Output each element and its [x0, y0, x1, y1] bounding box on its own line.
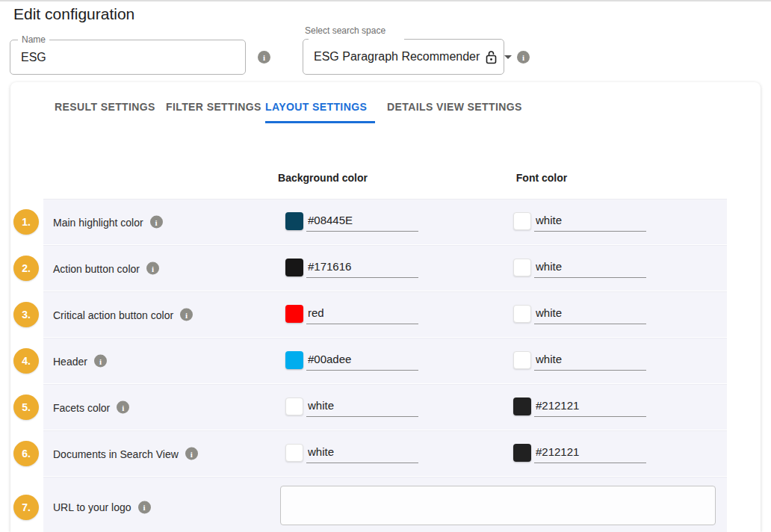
bg-color-cell: [285, 398, 418, 417]
row-label: Facets color: [53, 401, 110, 413]
font-color-swatch[interactable]: [513, 351, 531, 369]
font-color-cell: [513, 444, 646, 463]
bg-color-input[interactable]: [306, 259, 418, 278]
row-info-icon[interactable]: i: [180, 309, 193, 321]
column-header-font-color: Font color: [482, 172, 601, 184]
bg-color-cell: [285, 259, 418, 278]
row-info-icon[interactable]: i: [146, 262, 159, 275]
layout-settings-table: Background color Font color 1.Main highl…: [43, 159, 727, 532]
bg-color-swatch[interactable]: [285, 259, 303, 276]
bg-color-swatch[interactable]: [285, 305, 303, 323]
bg-color-swatch[interactable]: [285, 444, 303, 462]
active-tab-underline: [265, 121, 375, 123]
row-number-badge: 3.: [13, 302, 39, 327]
row-info-icon[interactable]: i: [150, 216, 163, 229]
row-number-badge: 1.: [13, 209, 39, 235]
bg-color-input[interactable]: [306, 444, 418, 463]
row-number-badge: 4.: [13, 348, 39, 374]
table-row: 4.Headeri: [43, 338, 727, 383]
name-input[interactable]: [21, 40, 230, 74]
row-label-group: Main highlight colori: [53, 216, 163, 229]
row-info-icon[interactable]: i: [185, 448, 198, 460]
name-field[interactable]: Name: [10, 40, 246, 75]
column-header-background-color: Background color: [263, 172, 383, 184]
row-label: Action button color: [53, 262, 140, 274]
bg-color-input[interactable]: [306, 398, 418, 417]
row-label: Documents in Search View: [53, 448, 179, 460]
bg-color-swatch[interactable]: [285, 398, 303, 415]
window-top-border: [0, 0, 771, 1]
search-space-value: ESG Paragraph Recommender: [314, 50, 480, 64]
tab-layout-settings[interactable]: LAYOUT SETTINGS: [265, 101, 367, 113]
row-number-badge: 5.: [13, 395, 39, 420]
tab-result-settings[interactable]: RESULT SETTINGS: [55, 101, 155, 113]
font-color-input[interactable]: [534, 212, 646, 232]
font-color-input[interactable]: [534, 444, 646, 463]
row-label-group: Facets colori: [53, 401, 129, 414]
table-row: 5.Facets colori: [43, 384, 727, 430]
font-color-cell: [513, 259, 646, 278]
name-info-icon[interactable]: i: [258, 51, 270, 64]
bg-color-input[interactable]: [306, 212, 418, 232]
row-info-icon[interactable]: i: [94, 355, 107, 368]
font-color-swatch[interactable]: [513, 212, 531, 230]
logo-url-input[interactable]: [280, 486, 716, 525]
row-number-badge: 6.: [13, 441, 39, 466]
table-row: 6.Documents in Search Viewi: [43, 430, 727, 476]
lock-icon: [486, 50, 497, 64]
font-color-cell: [513, 351, 646, 371]
tab-filter-settings[interactable]: FILTER SETTINGS: [166, 101, 261, 113]
chevron-down-icon: [504, 55, 512, 59]
font-color-cell: [513, 398, 646, 417]
row-label: URL to your logo: [53, 501, 131, 513]
row-number-badge: 7.: [13, 495, 39, 520]
search-space-info-icon[interactable]: i: [517, 51, 530, 64]
search-space-notch: [309, 39, 404, 40]
page-title: Edit configuration: [13, 5, 134, 23]
bg-color-swatch[interactable]: [285, 351, 303, 369]
bg-color-cell: [285, 305, 418, 324]
row-label: Header: [53, 355, 87, 367]
search-space-select[interactable]: ESG Paragraph Recommender: [303, 39, 504, 75]
font-color-cell: [513, 305, 646, 324]
row-label-group: Headeri: [53, 355, 107, 368]
row-label: Main highlight color: [53, 216, 143, 228]
bg-color-input[interactable]: [306, 305, 418, 324]
font-color-swatch[interactable]: [513, 398, 531, 415]
bg-color-cell: [285, 351, 418, 371]
font-color-input[interactable]: [534, 398, 646, 417]
row-label-group: Documents in Search Viewi: [53, 448, 198, 460]
tab-details-view-settings[interactable]: DETAILS VIEW SETTINGS: [387, 101, 522, 113]
bg-color-swatch[interactable]: [285, 212, 303, 230]
font-color-input[interactable]: [534, 259, 646, 278]
row-label-group: URL to your logoi: [53, 501, 151, 513]
font-color-swatch[interactable]: [513, 259, 531, 276]
bg-color-input[interactable]: [306, 351, 418, 371]
bg-color-cell: [285, 212, 418, 232]
bg-color-cell: [285, 444, 418, 463]
row-label: Critical action button color: [53, 309, 173, 321]
row-label-group: Action button colori: [53, 262, 159, 275]
search-space-label: Select search space: [305, 25, 386, 36]
font-color-input[interactable]: [534, 305, 646, 324]
font-color-input[interactable]: [534, 351, 646, 371]
table-row: 1.Main highlight colori: [43, 199, 727, 244]
table-row-logo-url: 7.URL to your logoi: [43, 477, 727, 532]
table-row: 2.Action button colori: [43, 245, 727, 291]
table-row: 3.Critical action button colori: [43, 291, 727, 337]
font-color-swatch[interactable]: [513, 444, 531, 462]
settings-card: RESULT SETTINGSFILTER SETTINGSLAYOUT SET…: [10, 82, 761, 532]
row-label-group: Critical action button colori: [53, 309, 193, 321]
row-info-icon[interactable]: i: [138, 501, 151, 513]
font-color-cell: [513, 212, 646, 232]
row-number-badge: 2.: [13, 256, 39, 281]
table-header-row: Background color Font color: [43, 159, 727, 198]
font-color-swatch[interactable]: [513, 305, 531, 323]
row-info-icon[interactable]: i: [117, 401, 129, 414]
